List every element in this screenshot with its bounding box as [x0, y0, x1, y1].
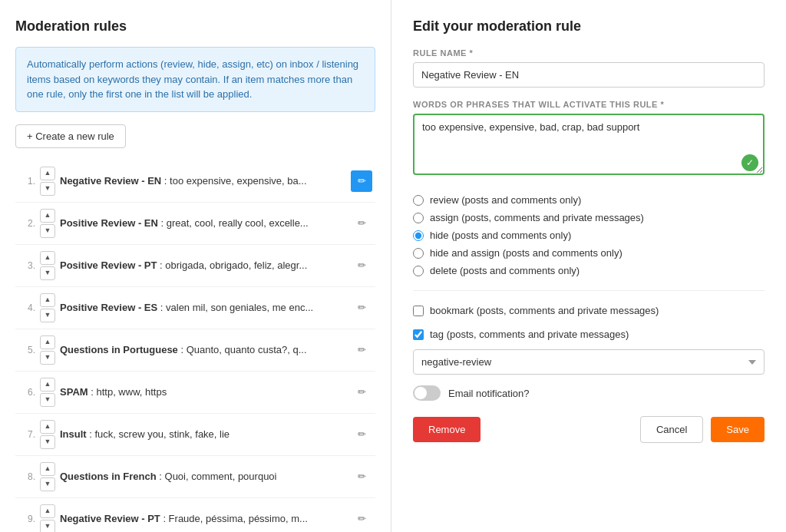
- left-panel: Moderation rules Automatically perform a…: [0, 0, 391, 532]
- bookmark-option[interactable]: bookmark (posts, comments and private me…: [413, 302, 765, 319]
- divider: [413, 290, 765, 291]
- edit-rule-button[interactable]: ✏: [351, 255, 372, 276]
- move-up-button[interactable]: ▲: [40, 378, 55, 392]
- move-down-button[interactable]: ▼: [40, 224, 55, 238]
- bookmark-label: bookmark (posts, comments and private me…: [430, 305, 659, 316]
- rule-number: 4.: [18, 302, 35, 313]
- radio-option-assign[interactable]: assign (posts, comments and private mess…: [413, 209, 765, 226]
- tag-select[interactable]: negative-reviewpositive-reviewspaminsult: [413, 349, 765, 375]
- list-item: 9. ▲ ▼ Negative Review - PT : Fraude, pé…: [15, 498, 375, 533]
- move-down-button[interactable]: ▼: [40, 182, 55, 196]
- arrow-buttons: ▲ ▼: [40, 293, 55, 322]
- radio-label-hide_assign: hide and assign (posts and comments only…: [430, 247, 623, 259]
- move-down-button[interactable]: ▼: [40, 520, 55, 533]
- footer-buttons: Remove Cancel Save: [413, 416, 765, 443]
- move-down-button[interactable]: ▼: [40, 393, 55, 407]
- radio-option-hide_assign[interactable]: hide and assign (posts and comments only…: [413, 244, 765, 262]
- email-toggle[interactable]: [413, 385, 441, 401]
- move-down-button[interactable]: ▼: [40, 477, 55, 491]
- radio-hide[interactable]: [413, 230, 424, 241]
- words-wrapper: ✓: [413, 114, 765, 177]
- tag-option[interactable]: tag (posts, comments and private message…: [413, 325, 765, 343]
- move-up-button[interactable]: ▲: [40, 504, 55, 518]
- edit-title: Edit your moderation rule: [413, 18, 765, 35]
- move-up-button[interactable]: ▲: [40, 462, 55, 476]
- words-label: WORDS OR PHRASES THAT WILL ACTIVATE THIS…: [413, 100, 765, 109]
- bookmark-checkbox[interactable]: [413, 306, 424, 316]
- list-item: 4. ▲ ▼ Positive Review - ES : valen mil,…: [15, 287, 375, 329]
- rule-text: SPAM : http, www, https: [60, 386, 346, 398]
- radio-delete[interactable]: [413, 266, 424, 276]
- rule-number: 3.: [18, 260, 35, 271]
- arrow-buttons: ▲ ▼: [40, 251, 55, 280]
- edit-rule-button[interactable]: ✏: [351, 424, 372, 445]
- list-item: 5. ▲ ▼ Questions in Portuguese : Quanto,…: [15, 329, 375, 372]
- right-panel: Edit your moderation rule RULE NAME * WO…: [391, 0, 786, 532]
- radio-option-review[interactable]: review (posts and comments only): [413, 191, 765, 209]
- radio-label-hide: hide (posts and comments only): [430, 230, 571, 241]
- radio-label-assign: assign (posts, comments and private mess…: [430, 212, 644, 223]
- words-textarea[interactable]: [413, 114, 765, 175]
- radio-review[interactable]: [413, 195, 424, 206]
- arrow-buttons: ▲ ▼: [40, 462, 55, 491]
- create-rule-button[interactable]: + Create a new rule: [15, 124, 126, 148]
- cancel-button[interactable]: Cancel: [640, 416, 703, 443]
- rule-text: Negative Review - PT : Fraude, péssima, …: [60, 513, 346, 524]
- edit-rule-button[interactable]: ✏: [351, 382, 372, 403]
- list-item: 6. ▲ ▼ SPAM : http, www, https ✏: [15, 372, 375, 414]
- rule-number: 2.: [18, 218, 35, 229]
- rule-text: Questions in French : Quoi, comment, pou…: [60, 471, 346, 482]
- rule-text: Insult : fuck, screw you, stink, fake, l…: [60, 428, 346, 440]
- rule-text: Negative Review - EN : too expensive, ex…: [60, 175, 346, 187]
- rule-number: 7.: [18, 429, 35, 440]
- arrow-buttons: ▲ ▼: [40, 335, 55, 365]
- radio-assign[interactable]: [413, 213, 424, 223]
- move-up-button[interactable]: ▲: [40, 209, 55, 223]
- rule-name-label: RULE NAME *: [413, 48, 765, 58]
- page-title: Moderation rules: [15, 18, 375, 35]
- list-item: 8. ▲ ▼ Questions in French : Quoi, comme…: [15, 456, 375, 498]
- move-up-button[interactable]: ▲: [40, 420, 55, 434]
- rule-text: Positive Review - PT : obrigada, obrigad…: [60, 259, 346, 271]
- move-down-button[interactable]: ▼: [40, 351, 55, 365]
- edit-rule-button[interactable]: ✏: [351, 297, 372, 319]
- edit-rule-button[interactable]: ✏: [351, 213, 372, 234]
- remove-button[interactable]: Remove: [413, 417, 481, 442]
- arrow-buttons: ▲ ▼: [40, 378, 55, 407]
- move-up-button[interactable]: ▲: [40, 251, 55, 265]
- rule-number: 1.: [18, 176, 35, 187]
- list-item: 7. ▲ ▼ Insult : fuck, screw you, stink, …: [15, 414, 375, 456]
- rule-text: Positive Review - ES : valen mil, son ge…: [60, 302, 346, 313]
- rule-name-input[interactable]: [413, 62, 765, 88]
- radio-hide_assign[interactable]: [413, 248, 424, 259]
- edit-rule-button[interactable]: ✏: [351, 170, 372, 192]
- tag-checkbox[interactable]: [413, 329, 424, 340]
- list-item: 1. ▲ ▼ Negative Review - EN : too expens…: [15, 160, 375, 203]
- rule-number: 6.: [18, 387, 35, 398]
- arrow-buttons: ▲ ▼: [40, 504, 55, 533]
- edit-rule-button[interactable]: ✏: [351, 339, 372, 361]
- tag-label: tag (posts, comments and private message…: [430, 329, 629, 340]
- info-box: Automatically perform actions (review, h…: [15, 47, 375, 112]
- rules-list: 1. ▲ ▼ Negative Review - EN : too expens…: [15, 160, 375, 533]
- rule-text: Positive Review - EN : great, cool, real…: [60, 217, 346, 229]
- edit-rule-button[interactable]: ✏: [351, 508, 372, 530]
- move-up-button[interactable]: ▲: [40, 335, 55, 349]
- rule-number: 9.: [18, 514, 35, 524]
- move-up-button[interactable]: ▲: [40, 167, 55, 180]
- arrow-buttons: ▲ ▼: [40, 420, 55, 449]
- rule-number: 5.: [18, 345, 35, 355]
- radio-option-delete[interactable]: delete (posts and comments only): [413, 262, 765, 279]
- save-button[interactable]: Save: [711, 417, 765, 442]
- radio-label-review: review (posts and comments only): [430, 194, 581, 206]
- move-up-button[interactable]: ▲: [40, 293, 55, 307]
- move-down-button[interactable]: ▼: [40, 266, 55, 280]
- edit-rule-button[interactable]: ✏: [351, 466, 372, 487]
- radio-option-hide[interactable]: hide (posts and comments only): [413, 226, 765, 244]
- radio-label-delete: delete (posts and comments only): [430, 265, 580, 276]
- move-down-button[interactable]: ▼: [40, 309, 55, 322]
- email-label: Email notification?: [448, 388, 530, 399]
- email-notification-row: Email notification?: [413, 385, 765, 401]
- valid-icon: ✓: [741, 154, 758, 171]
- move-down-button[interactable]: ▼: [40, 435, 55, 449]
